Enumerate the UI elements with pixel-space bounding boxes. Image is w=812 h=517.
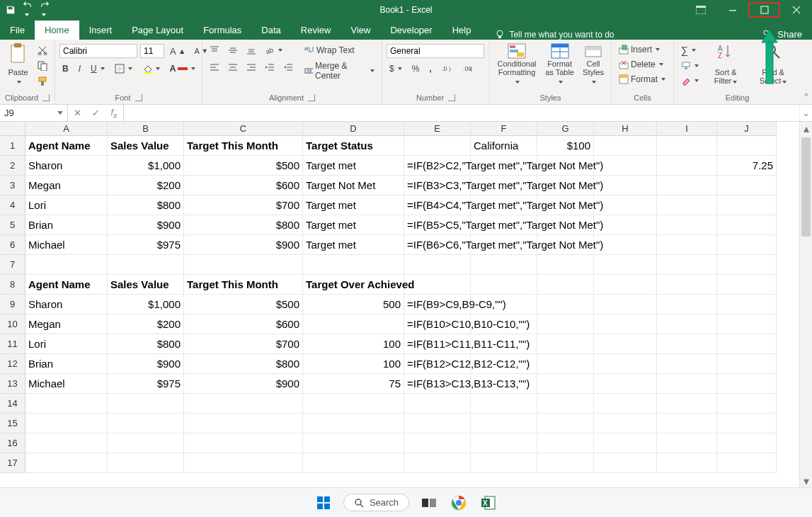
- accounting-button[interactable]: $: [387, 62, 405, 75]
- cell[interactable]: =IF(B3>C3,"Target met","Target Not Met"): [404, 176, 471, 195]
- cell[interactable]: Agent Name: [25, 136, 108, 156]
- scroll-thumb[interactable]: [801, 137, 811, 237]
- cell[interactable]: Brian: [25, 354, 108, 374]
- cell[interactable]: [717, 215, 777, 235]
- decrease-decimal-button[interactable]: .00: [460, 62, 477, 75]
- name-box[interactable]: J9: [0, 105, 68, 121]
- cell[interactable]: Target met: [303, 195, 404, 215]
- autosum-button[interactable]: ∑: [678, 43, 702, 57]
- merge-center-button[interactable]: Merge & Center: [302, 59, 377, 82]
- cell[interactable]: [184, 394, 303, 414]
- cell[interactable]: [537, 314, 594, 334]
- cell[interactable]: $900: [108, 354, 184, 374]
- cell[interactable]: [537, 255, 594, 275]
- cell[interactable]: [594, 334, 657, 354]
- cell[interactable]: [594, 314, 657, 334]
- comma-button[interactable]: ,: [426, 62, 434, 75]
- collapse-ribbon-button[interactable]: ^: [801, 40, 812, 104]
- cell[interactable]: [537, 433, 594, 453]
- cell[interactable]: [594, 374, 657, 394]
- row-header[interactable]: 15: [0, 414, 25, 433]
- cell[interactable]: $500: [184, 156, 303, 176]
- cell[interactable]: [404, 136, 471, 156]
- row-header[interactable]: 3: [0, 176, 25, 195]
- cell[interactable]: [594, 394, 657, 414]
- cell[interactable]: [717, 414, 777, 433]
- cell[interactable]: $975: [108, 374, 184, 394]
- cell[interactable]: [717, 394, 777, 414]
- ribbon-display-options-icon[interactable]: [685, 0, 716, 19]
- cell[interactable]: [717, 354, 777, 374]
- cell[interactable]: Michael: [25, 374, 108, 394]
- cell[interactable]: Target met: [303, 156, 404, 176]
- cell[interactable]: [594, 255, 657, 275]
- cell[interactable]: [657, 255, 717, 275]
- cell[interactable]: $600: [184, 314, 303, 334]
- cell[interactable]: [25, 255, 108, 275]
- align-top-button[interactable]: [207, 44, 222, 57]
- close-icon[interactable]: [780, 0, 812, 19]
- cell[interactable]: =IF(B12>C12,B12-C12,""): [404, 354, 471, 374]
- cell[interactable]: =IF(B2>C2,"Target met","Target Not Met"): [404, 156, 471, 176]
- expand-formula-bar-button[interactable]: ⌄: [799, 105, 812, 121]
- row-header[interactable]: 12: [0, 354, 25, 374]
- cell[interactable]: =IF(B9>C9,B9-C9,""): [404, 295, 471, 314]
- fill-color-button[interactable]: [139, 62, 163, 75]
- cell[interactable]: 100: [303, 334, 404, 354]
- row-header[interactable]: 8: [0, 275, 25, 295]
- cell[interactable]: =IF(B11>C11,B11-C11,""): [404, 334, 471, 354]
- cell[interactable]: [537, 334, 594, 354]
- fill-button[interactable]: [678, 59, 702, 72]
- cell[interactable]: $800: [108, 334, 184, 354]
- column-header[interactable]: E: [404, 122, 471, 136]
- clear-button[interactable]: [678, 74, 702, 87]
- cell[interactable]: [184, 433, 303, 453]
- percent-button[interactable]: %: [409, 62, 423, 75]
- cell[interactable]: $100: [537, 136, 594, 156]
- cell[interactable]: Sales Value: [108, 136, 184, 156]
- cell[interactable]: [537, 374, 594, 394]
- row-header[interactable]: 1: [0, 136, 25, 156]
- cell[interactable]: [594, 354, 657, 374]
- cell[interactable]: [717, 453, 777, 473]
- column-header[interactable]: J: [717, 122, 777, 136]
- cell[interactable]: Lori: [25, 195, 108, 215]
- excel-taskbar-icon[interactable]: X: [479, 493, 498, 513]
- cell[interactable]: [594, 235, 657, 255]
- cell[interactable]: Target This Month: [184, 136, 303, 156]
- cell[interactable]: [404, 255, 471, 275]
- row-header[interactable]: 7: [0, 255, 25, 275]
- cell[interactable]: [657, 136, 717, 156]
- cell[interactable]: [303, 394, 404, 414]
- cell[interactable]: [717, 235, 777, 255]
- cell[interactable]: [657, 334, 717, 354]
- cell[interactable]: [594, 275, 657, 295]
- cell[interactable]: $200: [108, 176, 184, 195]
- cell[interactable]: [537, 354, 594, 374]
- number-format-select[interactable]: [387, 44, 484, 58]
- cell[interactable]: [657, 354, 717, 374]
- cell[interactable]: =IF(B5>C5,"Target met","Target Not Met"): [404, 215, 471, 235]
- font-name-input[interactable]: [59, 44, 137, 58]
- save-icon[interactable]: [6, 5, 16, 15]
- cell[interactable]: [404, 433, 471, 453]
- row-header[interactable]: 2: [0, 156, 25, 176]
- row-header[interactable]: 5: [0, 215, 25, 235]
- tab-file[interactable]: File: [0, 21, 35, 40]
- cell[interactable]: Sharon: [25, 156, 108, 176]
- cell[interactable]: [717, 374, 777, 394]
- cells-area[interactable]: Agent NameSales ValueTarget This MonthTa…: [25, 136, 799, 487]
- cell[interactable]: [471, 453, 537, 473]
- align-right-button[interactable]: [244, 61, 259, 74]
- cell[interactable]: [404, 453, 471, 473]
- cell[interactable]: [471, 414, 537, 433]
- cell[interactable]: Target met: [303, 235, 404, 255]
- column-header[interactable]: G: [537, 122, 594, 136]
- cell[interactable]: [594, 414, 657, 433]
- cell[interactable]: [657, 314, 717, 334]
- cell[interactable]: [594, 136, 657, 156]
- row-header[interactable]: 16: [0, 433, 25, 453]
- cell[interactable]: [594, 215, 657, 235]
- task-view-icon[interactable]: [419, 493, 439, 513]
- cell[interactable]: $900: [108, 215, 184, 235]
